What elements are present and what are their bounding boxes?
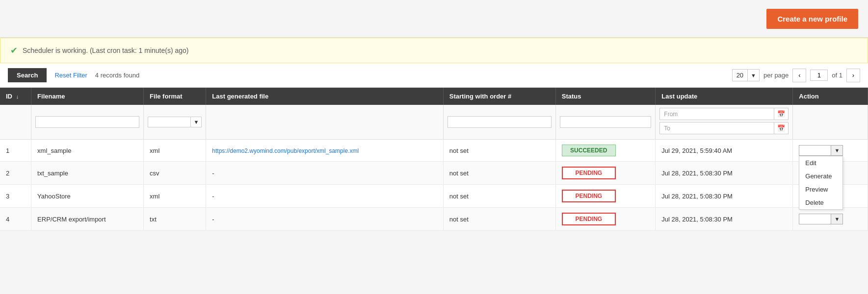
cell-filename: xml_sample	[31, 140, 144, 162]
col-header-order: Starting with order #	[443, 88, 555, 105]
filter-action-cell	[793, 105, 868, 140]
filter-status-cell	[555, 105, 656, 140]
action-dropdown[interactable]: ▼	[799, 214, 843, 224]
action-menu: EditGeneratePreviewDelete	[799, 156, 843, 210]
search-bar: Search Reset Filter 4 records found 20 ▼…	[0, 63, 868, 88]
records-count: 4 records found	[95, 72, 139, 79]
filter-date-cell: From 📅 To 📅	[656, 105, 793, 140]
col-header-action: Action	[793, 88, 868, 105]
create-new-profile-button[interactable]: Create a new profile	[766, 9, 858, 29]
table-filter-row: ▼ From 📅 To 📅	[0, 105, 868, 140]
cell-id: 3	[0, 185, 31, 208]
status-badge: PENDING	[562, 167, 616, 179]
cell-lastfile: -	[206, 162, 443, 185]
from-label: From	[660, 109, 774, 120]
cell-filename: ERP/CRM export/import	[31, 208, 144, 231]
format-filter-select[interactable]: ▼	[148, 117, 202, 127]
sort-arrow-icon: ↓	[16, 94, 19, 99]
per-page-select[interactable]: 20 ▼	[732, 69, 760, 81]
action-menu-item[interactable]: Delete	[799, 196, 842, 209]
action-select-trigger[interactable]: ▼	[799, 145, 843, 156]
to-date-input[interactable]: To 📅	[659, 122, 789, 134]
action-menu-item[interactable]: Generate	[799, 170, 842, 183]
cell-id: 1	[0, 140, 31, 162]
next-page-button[interactable]: ›	[846, 69, 860, 82]
per-page-dropdown-arrow[interactable]: ▼	[748, 71, 759, 80]
filter-id-cell	[0, 105, 31, 140]
of-total-pages: of 1	[832, 72, 842, 79]
cell-order: not set	[443, 208, 555, 231]
from-calendar-icon[interactable]: 📅	[774, 108, 788, 120]
table-header-row: ID ↓ Filename File format Last generated…	[0, 88, 868, 105]
cell-status: PENDING	[555, 162, 656, 185]
col-header-lastfile: Last generated file	[206, 88, 443, 105]
cell-format: csv	[144, 162, 206, 185]
per-page-value: 20	[733, 70, 748, 81]
filter-lastfile-cell	[206, 105, 443, 140]
notification-bar: ✔ Scheduler is working. (Last cron task:…	[0, 38, 868, 63]
cell-lastupdate: Jul 28, 2021, 5:08:30 PM	[656, 162, 793, 185]
cell-lastupdate: Jul 28, 2021, 5:08:30 PM	[656, 185, 793, 208]
cell-format: txt	[144, 208, 206, 231]
cell-status: PENDING	[555, 185, 656, 208]
cell-order: not set	[443, 162, 555, 185]
per-page-label: per page	[763, 72, 789, 79]
pagination-area: 20 ▼ per page ‹ of 1 ›	[732, 69, 860, 82]
table-body: 1xml_samplexmlhttps://demo2.wyomind.com/…	[0, 140, 868, 231]
page-number-input[interactable]	[810, 70, 828, 81]
order-filter-input[interactable]	[447, 116, 552, 128]
from-date-input[interactable]: From 📅	[659, 108, 789, 120]
cell-lastfile: https://demo2.wyomind.com/pub/export/xml…	[206, 140, 443, 162]
filter-filename-cell	[31, 105, 144, 140]
action-select-arrow[interactable]: ▼	[831, 214, 842, 224]
action-select-arrow[interactable]: ▼	[831, 146, 842, 155]
cell-lastfile: -	[206, 185, 443, 208]
cell-format: xml	[144, 185, 206, 208]
cell-format: xml	[144, 140, 206, 162]
filter-format-cell: ▼	[144, 105, 206, 140]
cell-order: not set	[443, 140, 555, 162]
col-header-filename: Filename	[31, 88, 144, 105]
format-filter-arrow[interactable]: ▼	[190, 117, 201, 127]
cell-action: ▼EditGeneratePreviewDelete	[793, 140, 868, 162]
table-row: 4ERP/CRM export/importtxt-not setPENDING…	[0, 208, 868, 231]
action-select-value	[799, 217, 831, 221]
status-badge: SUCCEEDED	[562, 145, 616, 156]
status-filter-input[interactable]	[560, 116, 652, 128]
to-calendar-icon[interactable]: 📅	[774, 122, 788, 134]
data-table: ID ↓ Filename File format Last generated…	[0, 88, 868, 231]
cell-id: 2	[0, 162, 31, 185]
col-header-id[interactable]: ID ↓	[0, 88, 31, 105]
status-badge: PENDING	[562, 213, 616, 225]
cell-status: PENDING	[555, 208, 656, 231]
action-menu-item[interactable]: Edit	[799, 156, 842, 170]
filter-order-cell	[443, 105, 555, 140]
search-button[interactable]: Search	[8, 68, 47, 82]
table-row: 3YahooStorexml-not setPENDINGJul 28, 202…	[0, 185, 868, 208]
status-badge: PENDING	[562, 190, 616, 202]
col-header-status: Status	[555, 88, 656, 105]
reset-filter-link[interactable]: Reset Filter	[54, 72, 87, 79]
to-label: To	[660, 123, 774, 134]
notification-message: Scheduler is working. (Last cron task: 1…	[23, 47, 188, 54]
table-row: 2txt_samplecsv-not setPENDINGJul 28, 202…	[0, 162, 868, 185]
col-header-lastupdate: Last update	[656, 88, 793, 105]
prev-page-button[interactable]: ‹	[792, 69, 806, 82]
cell-filename: YahooStore	[31, 185, 144, 208]
action-select-value	[799, 148, 831, 152]
col-header-format: File format	[144, 88, 206, 105]
cell-lastupdate: Jul 29, 2021, 5:59:40 AM	[656, 140, 793, 162]
action-menu-item[interactable]: Preview	[799, 183, 842, 196]
file-link[interactable]: https://demo2.wyomind.com/pub/export/xml…	[212, 147, 359, 154]
filename-filter-input[interactable]	[35, 116, 139, 128]
top-header: Create a new profile	[0, 0, 868, 38]
cell-order: not set	[443, 185, 555, 208]
check-icon: ✔	[10, 45, 18, 56]
cell-filename: txt_sample	[31, 162, 144, 185]
action-select-trigger[interactable]: ▼	[799, 214, 843, 224]
table-row: 1xml_samplexmlhttps://demo2.wyomind.com/…	[0, 140, 868, 162]
cell-lastupdate: Jul 28, 2021, 5:08:30 PM	[656, 208, 793, 231]
cell-status: SUCCEEDED	[555, 140, 656, 162]
action-dropdown[interactable]: ▼EditGeneratePreviewDelete	[799, 145, 843, 156]
cell-id: 4	[0, 208, 31, 231]
